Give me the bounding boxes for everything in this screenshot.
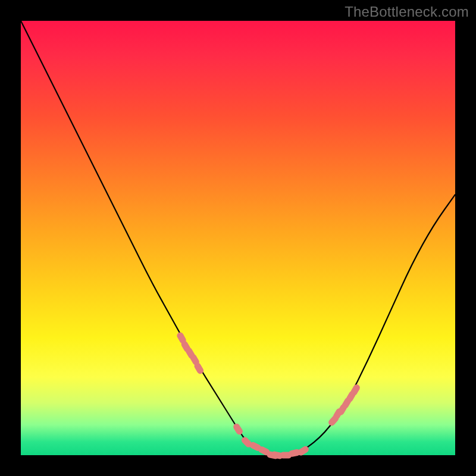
watermark-text: TheBottleneck.com xyxy=(345,4,469,20)
highlighted-points xyxy=(176,331,361,459)
curve-svg xyxy=(21,21,455,455)
plot-area xyxy=(21,21,455,455)
marker xyxy=(232,422,244,436)
chart-frame: TheBottleneck.com xyxy=(0,0,476,476)
bottleneck-curve xyxy=(21,21,455,455)
